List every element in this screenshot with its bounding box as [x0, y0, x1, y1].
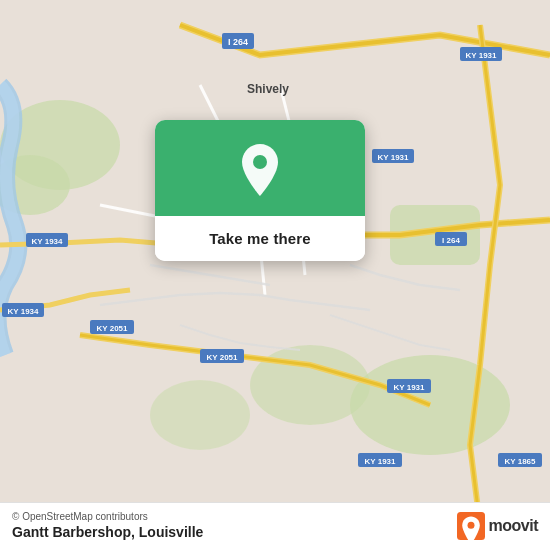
map-container: I 264 KY 1931 KY 1931 Shively KY 1934 I …	[0, 0, 550, 550]
svg-point-32	[467, 521, 474, 528]
moovit-logo: moovit	[457, 512, 538, 540]
svg-text:KY 2051: KY 2051	[207, 353, 239, 362]
place-name: Gantt Barbershop, Louisville	[12, 524, 203, 540]
svg-text:KY 1934: KY 1934	[8, 307, 40, 316]
svg-rect-0	[0, 25, 550, 525]
svg-text:KY 1931: KY 1931	[466, 51, 498, 60]
osm-attribution: © OpenStreetMap contributors	[12, 511, 203, 522]
svg-text:KY 1931: KY 1931	[378, 153, 410, 162]
bottom-bar: © OpenStreetMap contributors Gantt Barbe…	[0, 502, 550, 550]
svg-text:KY 2051: KY 2051	[97, 324, 129, 333]
svg-text:KY 1934: KY 1934	[32, 237, 64, 246]
map-background: I 264 KY 1931 KY 1931 Shively KY 1934 I …	[0, 0, 550, 550]
svg-point-30	[253, 155, 267, 169]
svg-text:Shively: Shively	[247, 82, 289, 96]
moovit-brand-icon	[457, 512, 485, 540]
svg-text:KY 1931: KY 1931	[394, 383, 426, 392]
popup-card: Take me there	[155, 120, 365, 261]
svg-point-6	[150, 380, 250, 450]
location-pin-icon	[236, 142, 284, 198]
svg-text:I 264: I 264	[228, 37, 248, 47]
take-me-there-button[interactable]: Take me there	[155, 216, 365, 261]
bottom-left-info: © OpenStreetMap contributors Gantt Barbe…	[12, 511, 203, 540]
svg-text:KY 1865: KY 1865	[505, 457, 537, 466]
popup-green-area	[155, 120, 365, 216]
svg-text:I 264: I 264	[442, 236, 460, 245]
moovit-text: moovit	[489, 517, 538, 535]
svg-text:KY 1931: KY 1931	[365, 457, 397, 466]
